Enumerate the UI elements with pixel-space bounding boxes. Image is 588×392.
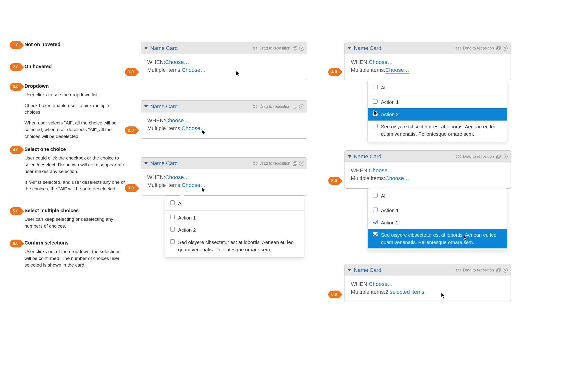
dd-item-action1[interactable]: Action 1 [368,204,507,216]
when-choose-link[interactable]: Choose… [165,117,189,124]
checkbox[interactable] [373,124,378,128]
close-icon[interactable] [503,154,508,159]
legend-title: On hovered [24,64,128,69]
dropdown-notch-icon [382,186,387,189]
name-card-state-4: Name Card Drag to reposition WHEN: Choos… [344,42,511,80]
dd-item-action2-checked[interactable]: Action 2 [368,216,507,229]
when-choose-link[interactable]: Choose… [165,59,189,66]
legend-item-6: Confirm selections User clicks out of th… [24,240,128,272]
drag-grip-icon[interactable] [252,47,257,50]
multi-dropdown-state-4[interactable]: All Action 1 Action 2 Sed oisyere cibsec… [368,80,507,142]
state-marker-5: 5.0 [328,177,342,185]
when-choose-link[interactable]: Choose… [369,59,393,66]
multi-selected-summary[interactable]: 2 selected items [386,289,424,295]
when-label: WHEN: [351,167,369,174]
checkbox[interactable] [170,215,175,219]
checkbox-checked[interactable] [373,220,378,224]
multi-choose-link-open[interactable]: Choose… [386,175,410,182]
dd-label: Sed oisyere cibsectetur est at lobortis.… [381,231,502,246]
collapse-icon[interactable] [348,155,351,158]
checkbox[interactable] [170,200,175,205]
collapse-icon[interactable] [348,47,351,50]
legend-para: Check boxes enable user to pick multiple… [24,102,128,116]
dd-item-all[interactable]: All [368,190,507,202]
close-icon[interactable] [299,104,304,109]
duplicate-icon[interactable] [496,46,500,50]
legend-marker-6: 6.0 [10,240,24,248]
checkbox-checked[interactable] [373,232,378,236]
dd-label: Action 2 [178,226,196,234]
close-icon[interactable] [503,268,508,273]
drag-grip-icon[interactable] [252,162,257,165]
legend-para: When user selects "All", all the choice … [24,120,128,140]
cursor-icon [374,110,378,116]
cursor-icon [441,292,446,299]
multi-choose-link[interactable]: Choose… [182,67,206,73]
close-icon[interactable] [503,46,508,51]
collapse-icon[interactable] [144,47,148,50]
card-header[interactable]: Name Card Drag to reposition [141,101,307,112]
dd-item-all[interactable]: All [368,82,507,94]
name-card-state-6: Name Card Drag to reposition WHEN: Choos… [344,264,511,302]
card-header[interactable]: Name Card Drag to reposition [344,151,510,162]
legend-marker-3: 3.0 [10,83,24,91]
collapse-icon[interactable] [348,269,351,272]
close-icon[interactable] [299,46,304,51]
card-header[interactable]: Name Card Drag to reposition [141,42,307,54]
card-header[interactable]: Name Card Drag to reposition [141,158,307,169]
drag-grip-icon[interactable] [456,155,460,158]
dd-item-action2-selected[interactable]: Action 2 [368,108,507,120]
legend-para: User clicks out of the dropdown, the sel… [24,248,128,268]
duplicate-icon[interactable] [293,104,297,108]
dd-item-long[interactable]: Sed oisyere cibsectetur est at lobortis.… [165,236,304,256]
name-card-state-3: Name Card Drag to reposition WHEN: Choos… [141,157,307,196]
drag-label: Drag to reposition [463,46,494,50]
when-choose-link[interactable]: Choose… [369,167,393,174]
multi-dropdown-state-3[interactable]: All Action 1 Action 2 Sed oisyere cibsec… [165,196,304,258]
dd-separator [368,203,507,203]
dd-item-long-selected[interactable]: Sed oisyere cibsectetur est at lobortis.… [368,229,507,248]
duplicate-icon[interactable] [293,46,297,50]
legend-item-2: On hovered [24,64,128,72]
card-title: Name Card [354,45,381,52]
cursor-icon [236,70,240,77]
dd-item-action1[interactable]: Action 1 [368,96,507,108]
card-title: Name Card [150,45,178,52]
card-title: Name Card [354,267,381,274]
dd-label: Action 2 [381,219,398,226]
drag-label: Drag to reposition [260,161,290,166]
drag-grip-icon[interactable] [252,105,257,108]
checkbox[interactable] [373,99,378,104]
card-header[interactable]: Name Card Drag to reposition [344,42,510,54]
checkbox[interactable] [373,85,378,89]
duplicate-icon[interactable] [496,154,500,158]
collapse-icon[interactable] [144,105,148,108]
dd-separator [368,95,507,95]
checkbox[interactable] [373,208,378,212]
card-title: Name Card [354,153,381,160]
drag-label: Drag to reposition [463,154,494,159]
when-choose-link[interactable]: Choose… [165,174,189,180]
close-icon[interactable] [299,161,304,166]
state-marker-2: 2.0 [125,126,139,134]
dd-item-action1[interactable]: Action 1 [165,212,304,224]
checkbox[interactable] [170,239,175,244]
duplicate-icon[interactable] [496,268,500,272]
checkbox[interactable] [170,227,175,232]
card-header[interactable]: Name Card Drag to reposition [344,264,510,276]
when-label: WHEN: [147,117,165,124]
dd-item-all[interactable]: All [165,197,304,210]
checkbox[interactable] [373,193,378,198]
legend-item-4: Select one choice User could click the c… [24,146,128,196]
drag-grip-icon[interactable] [456,47,460,50]
duplicate-icon[interactable] [293,162,297,166]
dd-item-long[interactable]: Sed oisyere cibsectetur est at lobortis.… [368,120,507,140]
multi-dropdown-state-5[interactable]: All Action 1 Action 2 Sed oisyere cibsec… [368,188,507,250]
drag-grip-icon[interactable] [456,269,460,272]
multi-choose-link-open[interactable]: Choose… [386,67,410,74]
drag-label: Drag to reposition [463,268,494,272]
legend-para: User could click the checkbox or the cho… [24,154,128,175]
dd-item-action2[interactable]: Action 2 [165,224,304,236]
when-choose-link[interactable]: Choose… [369,281,393,288]
collapse-icon[interactable] [144,162,148,165]
